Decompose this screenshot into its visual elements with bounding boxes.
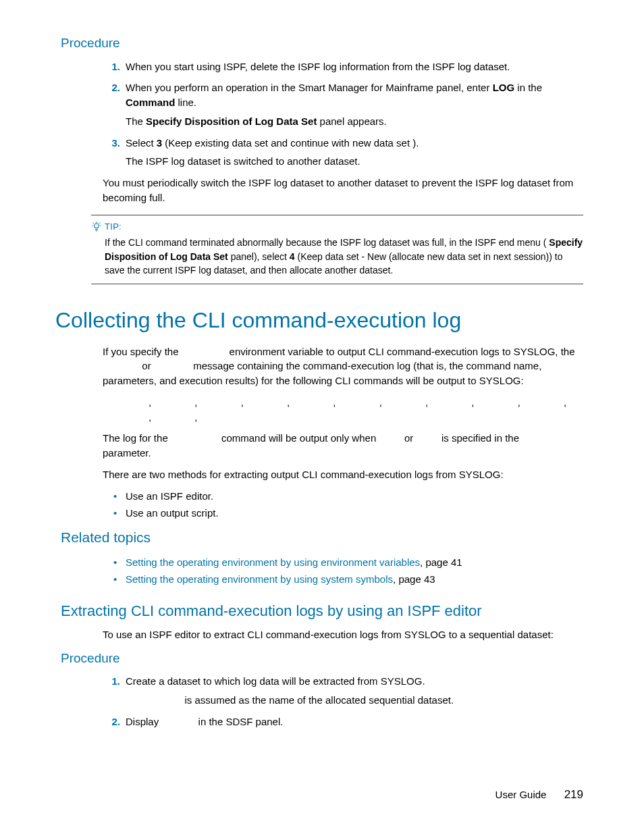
procedure-heading-1: Procedure	[61, 34, 583, 53]
procedure-list-2: 1. Create a dataset to which log data wi…	[103, 674, 583, 729]
tip-body: If the CLI command terminated abnormally…	[105, 236, 583, 277]
related-topics-heading: Related topics	[61, 527, 583, 548]
step-number: 2.	[103, 80, 120, 95]
link-system-symbols[interactable]: Setting the operating environment by usi…	[126, 573, 393, 585]
svg-line-7	[99, 222, 100, 223]
svg-line-6	[93, 222, 94, 223]
body-paragraph: There are two methods for extracting out…	[103, 467, 583, 482]
body-paragraph: You must periodically switch the ISPF lo…	[103, 176, 583, 205]
related-topics-list: Setting the operating environment by usi…	[113, 555, 583, 588]
link-env-variables[interactable]: Setting the operating environment by usi…	[126, 556, 420, 568]
step-text: Display in the SDSF panel.	[126, 716, 283, 727]
step-number: 3.	[103, 136, 120, 151]
step-1: 1. Create a dataset to which log data wi…	[103, 674, 583, 708]
procedure-list-1: 1. When you start using ISPF, delete the…	[103, 59, 583, 170]
step-number: 1.	[103, 59, 120, 74]
step-2: 2. When you perform an operation in the …	[103, 80, 583, 128]
step-2: 2. Display in the SDSF panel.	[103, 714, 583, 729]
bullet-list: Use an ISPF editor. Use an output script…	[113, 489, 583, 521]
list-item: Use an ISPF editor.	[113, 489, 583, 504]
subsection-heading-extracting: Extracting CLI command-execution logs by…	[61, 600, 583, 622]
list-item: Use an output script.	[113, 506, 583, 521]
step-number: 1.	[103, 674, 120, 689]
page-footer: User Guide 219	[495, 787, 583, 804]
step-text: When you perform an operation in the Sma…	[126, 82, 542, 108]
step-text: Create a dataset to which log data will …	[126, 675, 425, 687]
command-list-line: , , , , , , , , , , , ,	[149, 395, 583, 425]
page-number: 219	[564, 787, 583, 804]
tip-box: TIP: If the CLI command terminated abnor…	[91, 215, 583, 285]
step-follow: is assumed as the name of the allocated …	[126, 693, 583, 708]
step-follow: The ISPF log dataset is switched to anot…	[126, 154, 583, 169]
body-paragraph: If you specify the environment variable …	[103, 344, 583, 388]
section-heading-collecting: Collecting the CLI command-execution log	[55, 305, 583, 336]
step-1: 1. When you start using ISPF, delete the…	[103, 59, 583, 74]
footer-label: User Guide	[495, 789, 547, 800]
step-text: Select 3 (Keep existing data set and con…	[126, 137, 419, 149]
procedure-heading-2: Procedure	[61, 649, 583, 668]
lightbulb-icon	[91, 221, 102, 232]
document-page: Procedure 1. When you start using ISPF, …	[0, 0, 644, 831]
body-paragraph: To use an ISPF editor to extract CLI com…	[103, 627, 583, 642]
body-paragraph: The log for the command will be output o…	[103, 431, 583, 461]
step-text: When you start using ISPF, delete the IS…	[126, 61, 510, 72]
list-item: Setting the operating environment by usi…	[113, 555, 583, 570]
tip-header: TIP:	[91, 221, 583, 234]
step-3: 3. Select 3 (Keep existing data set and …	[103, 136, 583, 170]
list-item: Setting the operating environment by usi…	[113, 572, 583, 587]
step-follow: The Specify Disposition of Log Data Set …	[126, 114, 583, 129]
svg-point-0	[95, 224, 99, 228]
tip-label: TIP:	[105, 221, 122, 232]
step-number: 2.	[103, 714, 120, 729]
